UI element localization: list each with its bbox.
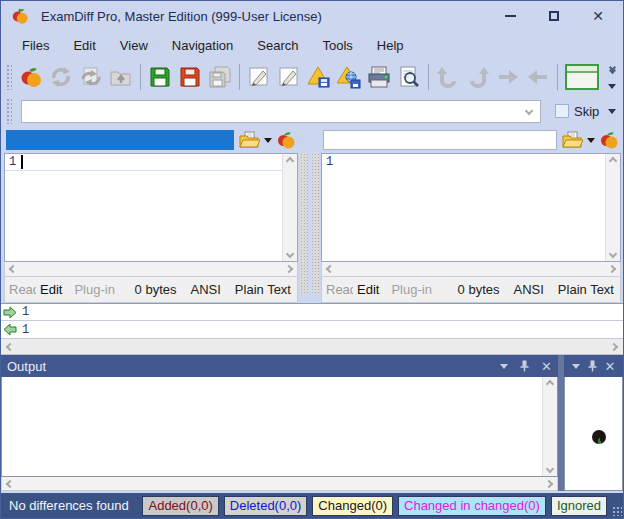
title-bar: ExamDiff Pro, Master Edition (999-User L… <box>1 1 623 31</box>
pin-icon[interactable] <box>588 360 597 372</box>
menu-view[interactable]: View <box>109 35 159 56</box>
compare-button[interactable] <box>16 63 46 91</box>
arrow-right-icon <box>3 306 17 319</box>
readonly-indicator[interactable]: Read <box>326 282 353 297</box>
examdiff-fruit-icon[interactable] <box>599 130 619 150</box>
menu-tools[interactable]: Tools <box>311 35 363 56</box>
panel-close-icon[interactable]: ✕ <box>541 360 552 373</box>
chevron-down-icon[interactable] <box>518 108 540 114</box>
edit-first-file-button[interactable] <box>244 63 274 91</box>
menu-help[interactable]: Help <box>366 35 415 56</box>
close-button[interactable]: ✕ <box>591 9 605 23</box>
scroll-left-icon[interactable] <box>326 265 334 273</box>
show-panes-button[interactable] <box>562 63 602 91</box>
menu-search[interactable]: Search <box>246 35 309 56</box>
status-badge-changed-in-changed[interactable]: Changed in changed(0) <box>398 496 546 516</box>
scroll-left-icon[interactable] <box>9 265 17 273</box>
pin-icon[interactable] <box>520 360 529 372</box>
searchbar-options-icon[interactable] <box>608 109 616 114</box>
scroll-down-icon[interactable] <box>286 250 294 258</box>
panel-close-icon[interactable]: ✕ <box>605 360 616 373</box>
open-dropdown-icon[interactable] <box>264 138 272 143</box>
previous-difference-button[interactable] <box>523 63 553 91</box>
second-filename-box[interactable] <box>323 130 557 150</box>
open-folder-icon[interactable] <box>561 131 583 149</box>
next-difference-button[interactable] <box>493 63 523 91</box>
save-differences-button[interactable] <box>304 63 334 91</box>
scroll-up-icon[interactable] <box>546 380 554 388</box>
scroll-left-icon[interactable] <box>6 342 14 350</box>
edit-second-file-button[interactable] <box>274 63 304 91</box>
inspector-row-second[interactable]: 1 <box>1 321 623 339</box>
inspector-horizontal-scrollbar[interactable] <box>1 339 623 355</box>
statistics-panel-header[interactable]: ✕ <box>564 355 623 377</box>
scroll-down-icon[interactable] <box>546 465 554 473</box>
edit-indicator[interactable]: Edit <box>40 282 62 297</box>
undo-button[interactable] <box>433 63 463 91</box>
vertical-scrollbar[interactable] <box>542 377 557 476</box>
panel-menu-icon[interactable] <box>572 364 580 369</box>
open-folder-icon[interactable] <box>238 131 260 149</box>
horizontal-scrollbar[interactable] <box>321 262 621 277</box>
menu-edit[interactable]: Edit <box>62 35 106 56</box>
toolbar-overflow[interactable] <box>605 61 619 93</box>
maximize-button[interactable] <box>547 9 561 23</box>
diff-triangle-globe-save-icon <box>337 65 361 89</box>
open-dropdown-icon[interactable] <box>587 138 595 143</box>
toolbar-grip[interactable] <box>6 64 12 90</box>
vertical-scrollbar[interactable] <box>282 154 297 261</box>
output-text-area[interactable] <box>2 377 542 476</box>
second-file-editor[interactable]: 1 <box>321 153 621 262</box>
save-all-button[interactable] <box>205 63 235 91</box>
save-differences-html-button[interactable] <box>334 63 364 91</box>
swap-panes-button[interactable] <box>76 63 106 91</box>
scroll-up-icon[interactable] <box>609 157 617 165</box>
second-diff-map[interactable] <box>311 153 319 293</box>
first-diff-map[interactable] <box>300 153 308 293</box>
scroll-right-icon[interactable] <box>545 479 553 487</box>
encoding-indicator[interactable]: ANSI <box>514 282 544 297</box>
encoding-indicator[interactable]: ANSI <box>191 282 221 297</box>
skip-checkbox[interactable] <box>555 104 569 118</box>
redo-button[interactable] <box>463 63 493 91</box>
scroll-right-icon[interactable] <box>285 265 293 273</box>
menu-navigation[interactable]: Navigation <box>161 35 244 56</box>
output-horizontal-scrollbar[interactable] <box>1 477 558 491</box>
syntax-indicator[interactable]: Plain Text <box>235 282 291 297</box>
scroll-down-icon[interactable] <box>609 250 617 258</box>
menu-files[interactable]: Files <box>11 35 60 56</box>
scroll-right-icon[interactable] <box>608 265 616 273</box>
searchbar-grip[interactable] <box>6 98 12 124</box>
edit-indicator[interactable]: Edit <box>357 282 379 297</box>
plugin-indicator[interactable]: Plug-in <box>74 282 114 297</box>
first-filename-box[interactable] <box>6 130 234 150</box>
status-badge-changed[interactable]: Changed(0) <box>312 496 393 516</box>
horizontal-scrollbar[interactable] <box>4 262 298 277</box>
vertical-scrollbar[interactable] <box>605 154 620 261</box>
save-second-button[interactable] <box>175 63 205 91</box>
scroll-left-icon[interactable] <box>6 479 14 487</box>
status-badge-ignored[interactable]: Ignored <box>551 496 607 516</box>
search-combobox[interactable] <box>21 100 541 123</box>
readonly-indicator[interactable]: Read <box>9 282 36 297</box>
first-file-editor[interactable]: 1 <box>4 153 298 262</box>
status-badge-added[interactable]: Added(0,0) <box>142 496 218 516</box>
status-badge-deleted[interactable]: Deleted(0,0) <box>224 496 308 516</box>
panel-menu-icon[interactable] <box>500 364 508 369</box>
recompare-button[interactable] <box>46 63 76 91</box>
minimize-button[interactable] <box>503 9 517 23</box>
output-panel-header[interactable]: Output ✕ <box>1 355 558 377</box>
plugin-indicator[interactable]: Plug-in <box>391 282 431 297</box>
save-first-button[interactable] <box>145 63 175 91</box>
open-files-button[interactable] <box>106 63 136 91</box>
print-preview-button[interactable] <box>394 63 424 91</box>
syntax-indicator[interactable]: Plain Text <box>558 282 614 297</box>
inspector-row-first[interactable]: 1 <box>1 303 623 321</box>
print-button[interactable] <box>364 63 394 91</box>
resize-grip[interactable] <box>612 506 622 516</box>
scroll-right-icon[interactable] <box>610 342 618 350</box>
examdiff-fruit-icon[interactable] <box>276 130 296 150</box>
scroll-up-icon[interactable] <box>286 157 294 165</box>
first-pane-header <box>4 127 298 153</box>
refresh-icon <box>49 65 73 89</box>
